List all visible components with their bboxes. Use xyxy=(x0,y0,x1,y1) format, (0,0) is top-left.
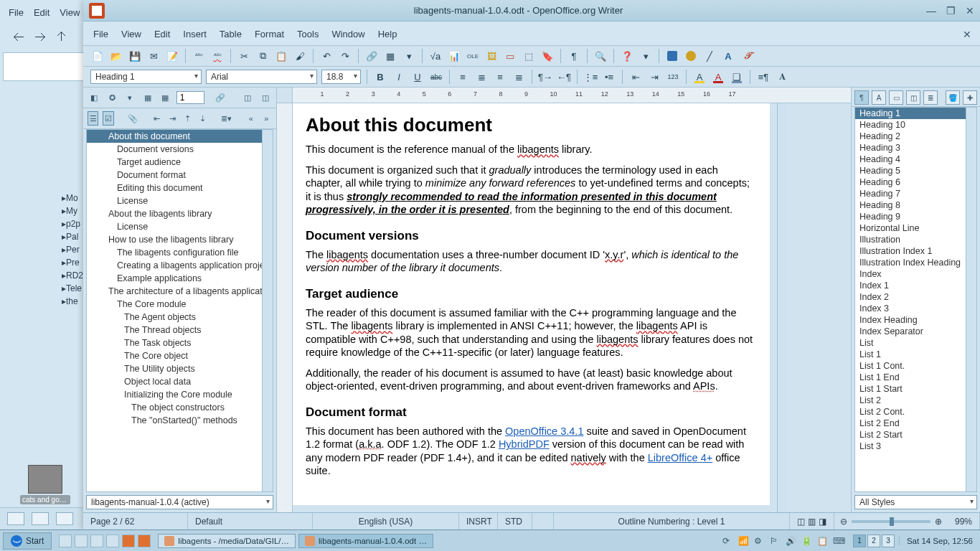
titlebar[interactable]: libagents-manual-1.0.4.odt - OpenOffice.… xyxy=(83,0,980,22)
style-list-item[interactable]: Index Separator xyxy=(855,326,976,337)
highlight-color-button[interactable]: A xyxy=(692,70,707,84)
folder-item[interactable]: ▸ Pal xyxy=(0,230,85,243)
copy-icon[interactable]: ⧉ xyxy=(255,49,270,63)
fontwork-icon[interactable]: 𝒯 xyxy=(740,49,754,63)
paragraph-dialog-button[interactable]: ≡¶ xyxy=(756,70,771,84)
tray-keyboard-icon[interactable]: ⌨ xyxy=(833,536,843,546)
menu-table[interactable]: Table xyxy=(220,29,242,39)
style-list-item[interactable]: List 2 End xyxy=(855,418,976,429)
navigator-outline-item[interactable]: The Core module xyxy=(87,298,273,311)
tray-volume-icon[interactable]: 🔊 xyxy=(786,536,796,546)
navigator-outline-item[interactable]: The "onStarted()" methods xyxy=(87,414,273,427)
tray-clipboard-icon[interactable]: 📋 xyxy=(817,536,827,546)
style-list-item[interactable]: Illustration Index Heading xyxy=(855,257,976,268)
paste-icon[interactable]: 📋 xyxy=(274,49,288,63)
nav-movedown-icon[interactable]: ⇣ xyxy=(197,111,208,126)
align-left-button[interactable]: ≡ xyxy=(456,70,470,84)
nav-content-view-icon[interactable]: ☰ xyxy=(88,111,98,126)
edit-file-icon[interactable]: 📝 xyxy=(165,49,179,63)
style-list-item[interactable]: Index 3 xyxy=(855,303,976,314)
style-list-item[interactable]: Illustration xyxy=(855,234,976,245)
folder-item[interactable]: ▸ Pre xyxy=(0,256,85,269)
style-list-item[interactable]: Heading 2 xyxy=(855,131,976,142)
navigator-outline-item[interactable]: Creating a libagents application project xyxy=(87,259,273,272)
style-list-item[interactable]: List 2 xyxy=(855,395,976,406)
minimize-button[interactable]: — xyxy=(926,5,936,17)
ole-icon[interactable]: OLE xyxy=(466,49,480,63)
increase-indent-button[interactable]: ⇥ xyxy=(647,70,661,84)
desktop-pager-button[interactable]: 2 xyxy=(867,534,880,547)
menu-help[interactable]: Help xyxy=(378,29,397,39)
vertical-ruler[interactable] xyxy=(277,103,293,512)
forward-icon[interactable]: 🡢 xyxy=(34,31,49,45)
style-list-item[interactable]: Heading 3 xyxy=(855,142,976,154)
undo-icon[interactable]: ↶ xyxy=(319,49,334,63)
navigator-outline-item[interactable]: How to use the libagents library xyxy=(87,233,273,246)
fm-menu-file[interactable]: File xyxy=(9,7,24,18)
navigator-outline-item[interactable]: Document versions xyxy=(87,143,273,156)
status-view-layout[interactable]: ◫▥◨ xyxy=(790,513,834,529)
navigator-outline-item[interactable]: The Core object xyxy=(87,349,273,362)
nav-chapter-down-icon[interactable]: » xyxy=(261,111,272,126)
navigator-outline-item[interactable]: Object local data xyxy=(87,375,273,388)
navigator-outline-item[interactable]: The Task objects xyxy=(87,336,273,349)
view-mode-icon[interactable] xyxy=(56,512,73,525)
strikethrough-button[interactable]: abc xyxy=(429,70,443,84)
style-list-item[interactable]: Illustration Index 1 xyxy=(855,245,976,257)
ltr-button[interactable]: ¶→ xyxy=(538,70,552,84)
style-list-item[interactable]: Index Heading xyxy=(855,314,976,326)
folder-item[interactable]: ▸ Mo xyxy=(0,192,85,204)
italic-button[interactable]: I xyxy=(392,70,406,84)
style-list-item[interactable]: Heading 7 xyxy=(855,188,976,199)
navigator-outline-item[interactable]: The Thread objects xyxy=(87,324,273,336)
nav-content-toggle-icon[interactable]: ☑ xyxy=(103,111,113,126)
navigator-outline-item[interactable]: Document format xyxy=(87,169,273,182)
character-dialog-button[interactable]: 𝐀 xyxy=(775,70,789,84)
line-numbering-button[interactable]: 123 xyxy=(666,70,680,84)
numbered-list-button[interactable]: ⋮≡ xyxy=(583,70,598,84)
format-paintbrush-icon[interactable]: 🖌 xyxy=(293,49,307,63)
tray-tool-icon[interactable]: ⚙ xyxy=(754,536,764,546)
horizontal-ruler[interactable]: 1234567891011121314151617 xyxy=(277,88,851,103)
folder-item[interactable]: ▸ RD2 xyxy=(0,269,85,282)
nav-reminder-icon[interactable]: ◫ xyxy=(241,90,255,105)
menu-window[interactable]: Window xyxy=(331,29,364,39)
style-list-item[interactable]: Index xyxy=(855,268,976,280)
doc-link-libreoffice[interactable]: LibreOffice 4+ xyxy=(648,452,712,463)
nav-promote-icon[interactable]: ⇤ xyxy=(151,111,162,126)
table-icon[interactable]: ▦ xyxy=(383,49,397,63)
style-list-item[interactable]: Index 1 xyxy=(855,280,976,291)
doc-link-hybridpdf[interactable]: HybridPDF xyxy=(499,438,550,450)
help-icon[interactable]: ❓ xyxy=(620,49,634,63)
nav-moveup-icon[interactable]: ⇡ xyxy=(182,111,193,126)
quick-launch-icon[interactable] xyxy=(122,534,135,547)
hyperlink-icon[interactable]: 🔗 xyxy=(364,49,379,63)
bullet-list-button[interactable]: •≡ xyxy=(602,70,616,84)
nonprinting-icon[interactable]: ¶ xyxy=(567,49,581,63)
taskbar-task-button[interactable]: libagents-manual-1.0.4.odt … xyxy=(298,534,433,548)
decrease-indent-button[interactable]: ⇤ xyxy=(628,70,643,84)
paragraph-styles-tab-icon[interactable]: ¶ xyxy=(854,90,869,105)
autospell-abc-icon[interactable]: ᴬᴮᶜ xyxy=(210,49,225,63)
view-mode-icon[interactable] xyxy=(32,512,49,525)
char-background-button[interactable]: ❏ xyxy=(730,70,744,84)
paragraph-style-combo[interactable]: Heading 1 xyxy=(90,70,202,84)
nav-toggle-icon[interactable]: ◧ xyxy=(88,90,101,105)
styles-list[interactable]: Heading 1Heading 10Heading 2Heading 3Hea… xyxy=(854,107,977,492)
nav-page-spin[interactable]: 1 xyxy=(176,91,205,104)
up-icon[interactable]: 🡡 xyxy=(56,31,70,45)
whats-this-icon[interactable]: ▾ xyxy=(639,49,653,63)
nav-anchor-icon[interactable]: 📎 xyxy=(127,111,138,126)
font-color-button[interactable]: A xyxy=(711,70,725,84)
menu-format[interactable]: Format xyxy=(255,29,284,39)
document-close-button[interactable]: ✕ xyxy=(963,29,971,40)
nav-prev-icon[interactable]: ▦ xyxy=(141,90,154,105)
menu-tools[interactable]: Tools xyxy=(297,29,319,39)
quick-launch-icon[interactable] xyxy=(75,534,88,547)
navigator-outline-item[interactable]: The libagents configuration file xyxy=(87,246,273,259)
status-insert-mode[interactable]: INSRT xyxy=(459,513,498,529)
table-dropdown-icon[interactable]: ▾ xyxy=(402,49,416,63)
character-styles-tab-icon[interactable]: A xyxy=(872,90,886,105)
save-icon[interactable]: 💾 xyxy=(128,49,142,63)
zoom-percentage[interactable]: 99% xyxy=(948,513,980,529)
